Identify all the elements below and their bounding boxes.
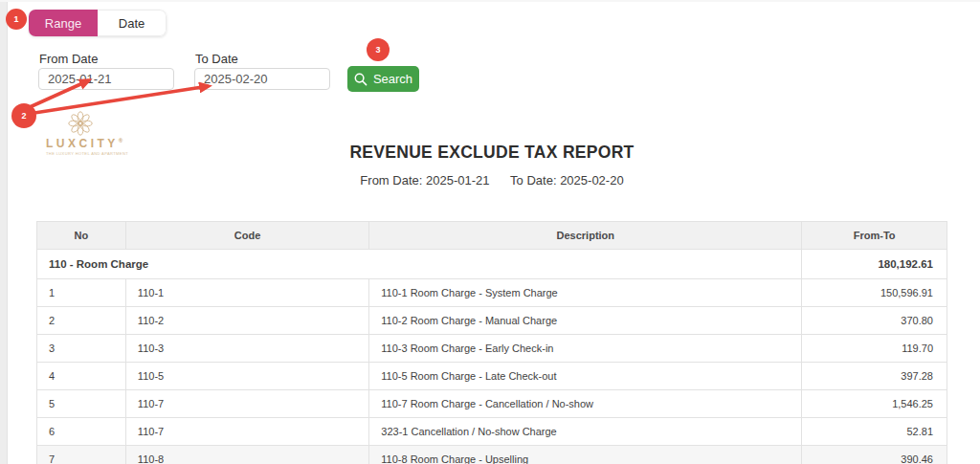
- search-icon: [354, 73, 368, 86]
- cell-no: 7: [37, 446, 125, 464]
- report-from-date: From Date: 2025-01-21: [360, 173, 489, 188]
- search-button[interactable]: Search: [347, 66, 419, 92]
- cell-no: 4: [37, 363, 125, 389]
- cell-no: 3: [37, 335, 125, 362]
- cell-code: 110-5: [125, 363, 368, 389]
- table-header-row: No Code Description From-To: [37, 222, 947, 249]
- table-row: 4 110-5 110-5 Room Charge - Late Check-o…: [37, 362, 947, 389]
- cell-amount: 397.28: [801, 363, 947, 389]
- annotation-step-3: 3: [367, 38, 390, 61]
- cell-code: 110-2: [125, 307, 368, 334]
- cell-amount: 119.70: [801, 335, 947, 362]
- cell-amount: 1,546.25: [801, 390, 947, 417]
- cell-code: 110-8: [125, 446, 368, 464]
- tab-date[interactable]: Date: [98, 10, 167, 36]
- from-date-input[interactable]: [38, 68, 174, 90]
- table-row: 6 110-7 323-1 Cancellation / No-show Cha…: [37, 417, 947, 445]
- table-row: 3 110-3 110-3 Room Charge - Early Check-…: [37, 334, 947, 362]
- flower-icon: [68, 111, 93, 136]
- cell-description: 110-1 Room Charge - System Charge: [368, 279, 801, 306]
- table-row: 2 110-2 110-2 Room Charge - Manual Charg…: [37, 306, 947, 334]
- report-to-date: To Date: 2025-02-20: [510, 173, 624, 188]
- cell-description: 110-5 Room Charge - Late Check-out: [368, 363, 801, 389]
- annotation-step-2: 2: [11, 103, 36, 128]
- cell-code: 110-7: [125, 418, 368, 445]
- cell-no: 2: [37, 307, 125, 334]
- group-row-label: 110 - Room Charge: [37, 250, 801, 278]
- page-left-edge: [0, 2, 8, 464]
- report-date-range: From Date: 2025-01-21 To Date: 2025-02-2…: [36, 173, 947, 188]
- cell-amount: 390.46: [801, 446, 947, 464]
- cell-no: 5: [37, 390, 125, 417]
- cell-amount: 52.81: [801, 418, 947, 445]
- cell-description: 110-3 Room Charge - Early Check-in: [368, 335, 801, 362]
- cell-description: 110-7 Room Charge - Cancellation / No-sh…: [368, 390, 801, 417]
- range-date-tab-group: Range Date: [29, 10, 167, 36]
- to-date-label: To Date: [195, 52, 238, 66]
- from-date-label: From Date: [39, 52, 98, 66]
- table-row: 1 110-1 110-1 Room Charge - System Charg…: [37, 278, 947, 306]
- col-header-description: Description: [368, 222, 801, 249]
- to-date-input[interactable]: [194, 68, 330, 90]
- cell-description: 323-1 Cancellation / No-show Charge: [368, 418, 801, 445]
- table-row: 7 110-8 110-8 Room Charge - Upselling 39…: [37, 445, 947, 464]
- col-header-no: No: [37, 222, 125, 249]
- group-row-amount: 180,192.61: [801, 250, 947, 278]
- report-title: REVENUE EXCLUDE TAX REPORT: [36, 143, 947, 163]
- search-button-label: Search: [373, 72, 412, 86]
- cell-code: 110-3: [125, 335, 368, 362]
- col-header-code: Code: [125, 222, 368, 249]
- cell-amount: 150,596.91: [801, 279, 947, 306]
- table-group-row: 110 - Room Charge 180,192.61: [37, 249, 947, 278]
- table-row: 5 110-7 110-7 Room Charge - Cancellation…: [37, 389, 947, 417]
- cell-code: 110-7: [125, 390, 368, 417]
- annotation-step-1: 1: [6, 9, 27, 30]
- cell-description: 110-2 Room Charge - Manual Charge: [368, 307, 801, 334]
- revenue-table: No Code Description From-To 110 - Room C…: [36, 221, 947, 464]
- cell-code: 110-1: [125, 279, 368, 306]
- tab-range[interactable]: Range: [29, 10, 98, 36]
- cell-no: 6: [37, 418, 125, 445]
- cell-description: 110-8 Room Charge - Upselling: [368, 446, 801, 464]
- cell-amount: 370.80: [801, 307, 947, 334]
- col-header-from-to: From-To: [801, 222, 947, 249]
- cell-no: 1: [37, 279, 125, 306]
